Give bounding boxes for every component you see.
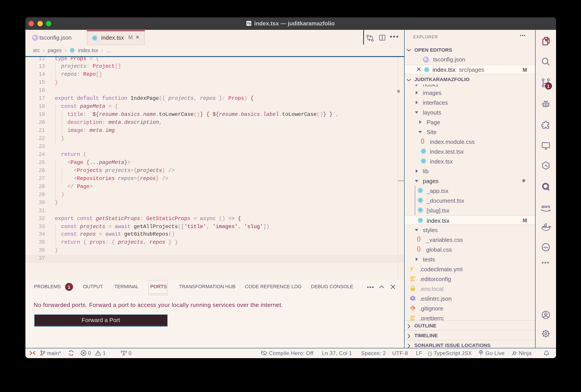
svg-text:aws: aws	[541, 204, 550, 209]
